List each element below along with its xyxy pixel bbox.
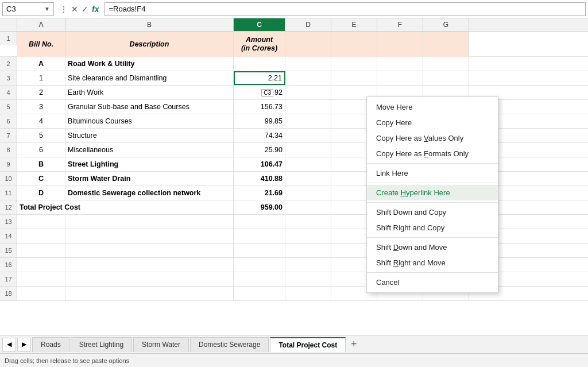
cell-c5[interactable]: 156.73 <box>234 100 285 114</box>
cell-a2[interactable]: A <box>17 57 65 71</box>
context-shift-right-copy[interactable]: Shift Right and Copy <box>367 220 498 235</box>
cell-b3[interactable]: Site clearance and Dismantling <box>65 71 234 85</box>
col-header-e[interactable]: E <box>331 18 377 31</box>
add-sheet-btn[interactable]: + <box>347 338 361 351</box>
context-move-here[interactable]: Move Here <box>367 99 498 115</box>
context-copy-formats[interactable]: Copy Here as Formats Only <box>367 146 498 161</box>
cell-c11[interactable]: 21.69 <box>234 186 285 200</box>
tab-nav-right[interactable]: ▶ <box>17 338 31 351</box>
table-row: 4 2 Earth Work C392 <box>0 86 588 100</box>
cell-d11[interactable] <box>285 186 331 200</box>
cell-ab12[interactable]: Total Project Cost <box>17 200 234 214</box>
cell-c9[interactable]: 106.47 <box>234 157 285 171</box>
cell-f1[interactable] <box>377 32 423 57</box>
context-shift-down-move[interactable]: Shift Down and Move <box>367 239 498 255</box>
cell-b10[interactable]: Storm Water Drain <box>65 172 234 186</box>
cell-d2[interactable] <box>285 57 331 71</box>
col-header-d[interactable]: D <box>285 18 331 31</box>
cell-d7[interactable] <box>285 129 331 142</box>
cell-c8[interactable]: 25.90 <box>234 143 285 157</box>
cell-c4[interactable]: C392 <box>234 86 285 99</box>
cell-e1[interactable] <box>331 32 377 57</box>
name-box-arrow[interactable]: ▼ <box>44 6 50 12</box>
context-create-hyperlink[interactable]: Create Hyperlink Here <box>367 185 498 200</box>
cell-b2[interactable]: Road Work & Utility <box>65 57 234 71</box>
formula-bar-dots: ⋮ <box>59 3 69 15</box>
cell-b6[interactable]: Bituminous Courses <box>65 114 234 128</box>
cell-d12[interactable] <box>285 200 331 214</box>
context-shift-right-move[interactable]: Shift Right and Move <box>367 255 498 271</box>
cell-f3[interactable] <box>377 71 423 85</box>
cell-a1[interactable]: Bill No. <box>17 32 65 57</box>
cell-c10[interactable]: 410.88 <box>234 172 285 186</box>
tab-nav-left[interactable]: ◀ <box>2 338 16 351</box>
tab-domestic-sewerage[interactable]: Domestic Sewerage <box>190 337 269 352</box>
cell-b9[interactable]: Street Lighting <box>65 157 234 171</box>
cell-c2[interactable] <box>234 57 285 71</box>
cell-g3[interactable] <box>423 71 469 85</box>
context-copy-values[interactable]: Copy Here as Values Only <box>367 130 498 146</box>
cell-a5[interactable]: 3 <box>17 100 65 114</box>
cell-d6[interactable] <box>285 114 331 128</box>
cell-b11[interactable]: Domestic Sewerage collection network <box>65 186 234 200</box>
tab-storm-water[interactable]: Storm Water <box>133 337 189 352</box>
cell-d8[interactable] <box>285 143 331 157</box>
cell-d10[interactable] <box>285 172 331 186</box>
context-cancel[interactable]: Cancel <box>367 275 498 290</box>
cell-e2[interactable] <box>331 57 377 71</box>
formula-input[interactable] <box>105 2 586 16</box>
row-num: 7 <box>0 129 17 142</box>
cell-a7[interactable]: 5 <box>17 129 65 142</box>
col-header-g[interactable]: G <box>423 18 469 31</box>
col-header-c[interactable]: C <box>234 18 285 31</box>
cell-a6[interactable]: 4 <box>17 114 65 128</box>
cell-c6[interactable]: 99.85 <box>234 114 285 128</box>
context-shift-down-copy[interactable]: Shift Down and Copy <box>367 204 498 220</box>
col-header-f[interactable]: F <box>377 18 423 31</box>
fx-btn[interactable]: fx <box>91 3 100 15</box>
cell-g2[interactable] <box>423 57 469 71</box>
row-num: 3 <box>0 71 17 85</box>
status-text: Drag cells; then release to see paste op… <box>5 357 129 364</box>
cell-d5[interactable] <box>285 100 331 114</box>
cell-d3[interactable] <box>285 71 331 85</box>
cell-a3[interactable]: 1 <box>17 71 65 85</box>
column-headers: A B C D E F G <box>0 18 588 32</box>
context-copy-here[interactable]: Copy Here <box>367 115 498 130</box>
table-row: 9 B Street Lighting 106.47 <box>0 157 588 172</box>
col-header-a[interactable]: A <box>17 18 65 31</box>
cell-b8[interactable]: Miscellaneous <box>65 143 234 157</box>
name-box[interactable]: C3 ▼ <box>2 2 54 16</box>
table-row: 12 Total Project Cost 959.00 <box>0 200 588 215</box>
context-link-here[interactable]: Link Here <box>367 165 498 181</box>
formula-bar: C3 ▼ ⋮ ✕ ✓ fx <box>0 0 588 18</box>
cell-f2[interactable] <box>377 57 423 71</box>
cell-c12[interactable]: 959.00 <box>234 200 285 214</box>
row-num: 10 <box>0 172 17 186</box>
cell-d9[interactable] <box>285 157 331 171</box>
cell-c3[interactable]: 2.21 <box>234 71 285 85</box>
cell-a4[interactable]: 2 <box>17 86 65 99</box>
cell-g1[interactable] <box>423 32 469 57</box>
cell-a10[interactable]: C <box>17 172 65 186</box>
confirm-formula-btn[interactable]: ✓ <box>80 3 90 15</box>
cell-a9[interactable]: B <box>17 157 65 171</box>
cell-d4[interactable] <box>285 86 331 99</box>
context-separator <box>367 272 498 273</box>
cell-a11[interactable]: D <box>17 186 65 200</box>
cancel-formula-btn[interactable]: ✕ <box>70 3 79 15</box>
tab-roads[interactable]: Roads <box>32 337 69 352</box>
cell-reference: C3 <box>6 5 16 13</box>
cell-c1[interactable]: Amount(in Crores) <box>234 32 285 57</box>
cell-b4[interactable]: Earth Work <box>65 86 234 99</box>
tab-street-lighting[interactable]: Street Lighting <box>71 337 132 352</box>
cell-b1[interactable]: Description <box>65 32 234 57</box>
cell-c7[interactable]: 74.34 <box>234 129 285 142</box>
tab-total-project-cost[interactable]: Total Project Cost <box>270 337 346 352</box>
cell-e3[interactable] <box>331 71 377 85</box>
cell-a8[interactable]: 6 <box>17 143 65 157</box>
cell-d1[interactable] <box>285 32 331 57</box>
cell-b5[interactable]: Granular Sub-base and Base Courses <box>65 100 234 114</box>
col-header-b[interactable]: B <box>65 18 234 31</box>
cell-b7[interactable]: Structure <box>65 129 234 142</box>
